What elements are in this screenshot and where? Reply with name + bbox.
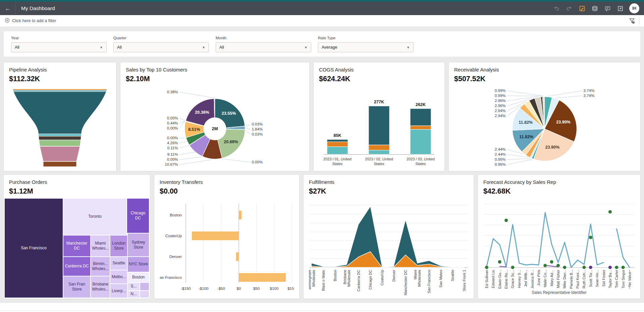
sales-donut-chart[interactable]: 23.55%20.69%8.51%20.36%0.38%0.00%0.44%0.… — [126, 88, 304, 168]
svg-text:2.96%: 2.96% — [495, 99, 506, 103]
treemap-cell[interactable]: San Fran Store — [63, 276, 91, 298]
year-filter-label: Year — [11, 36, 107, 40]
page-title: My Dashboard — [21, 5, 55, 11]
svg-text:277K: 277K — [374, 100, 384, 104]
treemap-cell[interactable]: Boston — [127, 272, 149, 282]
rate-type-filter-select[interactable]: Average ▼ — [318, 42, 414, 52]
svg-text:$150: $150 — [287, 287, 294, 291]
svg-text:2.96%: 2.96% — [495, 104, 506, 108]
svg-text:Jed Wilb...: Jed Wilb... — [524, 270, 528, 287]
svg-text:2.44%: 2.44% — [495, 147, 506, 151]
chevron-down-icon: ▼ — [407, 46, 410, 49]
treemap-cell[interactable]: Brisbane Wholes... — [91, 276, 110, 298]
svg-text:Chicago DC: Chicago DC — [368, 270, 372, 290]
chevron-down-icon: ▼ — [100, 46, 103, 49]
pipeline-funnel-chart[interactable] — [9, 88, 111, 168]
forecast-accuracy-line-chart[interactable]: Ed SullivanEdward LiuEdwin Go...Elaine R… — [483, 200, 635, 296]
treemap-cell[interactable]: N... — [127, 291, 140, 298]
svg-text:Sid Foster: Sid Foster — [602, 270, 606, 287]
add-filter-button[interactable]: Click here to add a filter — [5, 18, 56, 24]
treemap-cell[interactable]: Liverp... — [110, 284, 127, 298]
divider — [15, 2, 16, 15]
treemap-cell[interactable]: Birmin... Wholes... — [91, 257, 110, 276]
treemap-cell[interactable]: Toronto — [63, 198, 127, 235]
svg-text:Miami: Miami — [413, 270, 417, 279]
chevron-down-icon: ▼ — [304, 46, 308, 49]
svg-text:Wholesale: Wholesale — [312, 270, 316, 287]
open-window-button[interactable] — [614, 2, 627, 15]
card-inventory-transfers: Inventory Transfers $0.00 -$150-$100-$50… — [154, 174, 300, 299]
receivable-pie-chart[interactable]: 23.90%23.90%11.82%11.82%0.99%0.99%2.96%2… — [454, 88, 635, 168]
svg-text:0.00%: 0.00% — [167, 136, 178, 140]
svg-text:11.82%: 11.82% — [519, 120, 533, 125]
svg-text:23.55%: 23.55% — [222, 111, 236, 116]
svg-text:CoaterUp: CoaterUp — [165, 234, 182, 238]
svg-text:85K: 85K — [334, 133, 341, 138]
svg-text:262K: 262K — [416, 102, 426, 107]
treemap-cell[interactable]: S... — [127, 282, 140, 291]
avatar[interactable]: IH — [629, 3, 639, 13]
filter-group-year: Year All ▼ — [11, 36, 107, 52]
edit-button[interactable] — [576, 2, 588, 15]
svg-text:San Francisco: San Francisco — [427, 270, 431, 293]
treemap-cell[interactable]: Seattle — [110, 257, 127, 270]
month-filter-value: All — [219, 45, 304, 50]
year-filter-select[interactable]: All ▼ — [11, 42, 107, 52]
svg-text:0.03%: 0.03% — [252, 122, 263, 126]
svg-text:CoaterUp: CoaterUp — [380, 270, 384, 285]
quarter-filter-value: All — [117, 45, 202, 50]
divider — [639, 17, 639, 24]
treemap-cell[interactable]: Canberra DC — [63, 257, 91, 276]
svg-text:Denver: Denver — [169, 255, 182, 259]
svg-text:Elaine Re...: Elaine Re... — [504, 270, 508, 289]
quarter-filter-label: Quarter — [113, 36, 209, 40]
comments-button[interactable] — [601, 2, 614, 15]
treemap-cell[interactable]: London Store — [110, 235, 127, 257]
inventory-transfers-bar-chart[interactable]: -$150-$100-$50$0$50$100$150BostonCoaterU… — [160, 200, 294, 296]
treemap-cell[interactable]: Miami Wholes... — [91, 235, 110, 257]
open-in-new-icon — [618, 6, 623, 11]
cogs-stacked-bar-chart[interactable]: 85K2023 / 01, UnitedStates277K2023 / 02,… — [319, 88, 439, 168]
svg-text:0.00%: 0.00% — [167, 157, 178, 161]
treemap-cell[interactable]: Sydney Store — [127, 233, 149, 257]
svg-text:9.11%: 9.11% — [167, 152, 178, 156]
data-refresh-button[interactable] — [588, 2, 601, 15]
filter-settings-button[interactable] — [629, 18, 635, 24]
svg-text:4.26%: 4.26% — [167, 141, 178, 145]
month-filter-label: Month — [216, 36, 311, 40]
filter-panel: Year All ▼ Quarter All ▼ Month All ▼ Rat… — [3, 31, 641, 57]
treemap-cell[interactable]: NYC Store — [127, 257, 149, 272]
treemap-cell[interactable]: Manchester DC — [63, 235, 91, 257]
back-button[interactable]: ← — [0, 2, 15, 15]
card-title: Purchase Orders — [4, 175, 150, 185]
treemap-cell[interactable] — [140, 291, 149, 298]
svg-text:0.38%: 0.38% — [167, 90, 178, 94]
filter-group-quarter: Quarter All ▼ — [113, 36, 209, 52]
add-filter-label: Click here to add a filter — [12, 18, 56, 23]
svg-text:Sales Representative Identifie: Sales Representative Identifier — [532, 290, 586, 295]
svg-text:Ruth Coh...: Ruth Coh... — [582, 270, 586, 289]
fulfillments-area-chart[interactable]: BirminghamWholesaleBlast o MaticBostonBr… — [309, 200, 468, 296]
svg-text:Ed Sullivan: Ed Sullivan — [485, 270, 489, 288]
plus-circle-icon — [5, 18, 10, 24]
svg-text:San Francisco: San Francisco — [160, 275, 182, 279]
treemap-cell[interactable] — [140, 282, 149, 291]
quarter-filter-select[interactable]: All ▼ — [113, 42, 209, 52]
svg-text:Harvey S...: Harvey S... — [517, 270, 521, 288]
svg-text:$50: $50 — [253, 287, 260, 291]
purchase-orders-treemap[interactable]: San FranciscoTorontoChicago DCManchester… — [4, 198, 149, 298]
treemap-cell[interactable]: Chicago DC — [127, 198, 149, 233]
month-filter-select[interactable]: All ▼ — [216, 42, 311, 52]
card-pipeline-analysis: Pipeline Analysis $112.32K — [3, 62, 116, 171]
svg-text:0.03%: 0.03% — [252, 132, 263, 136]
treemap-cell[interactable]: Melbo... — [110, 270, 127, 284]
treemap-cell[interactable]: San Francisco — [4, 198, 63, 298]
top-bar: ← My Dashboard IH — [0, 2, 644, 15]
redo-icon — [566, 6, 572, 11]
svg-text:23.90%: 23.90% — [556, 120, 570, 124]
svg-text:0.00%: 0.00% — [252, 160, 263, 164]
svg-text:1.84%: 1.84% — [252, 127, 263, 131]
redo-button[interactable] — [563, 2, 576, 15]
undo-button[interactable] — [550, 2, 563, 15]
svg-text:-$150: -$150 — [181, 287, 191, 291]
